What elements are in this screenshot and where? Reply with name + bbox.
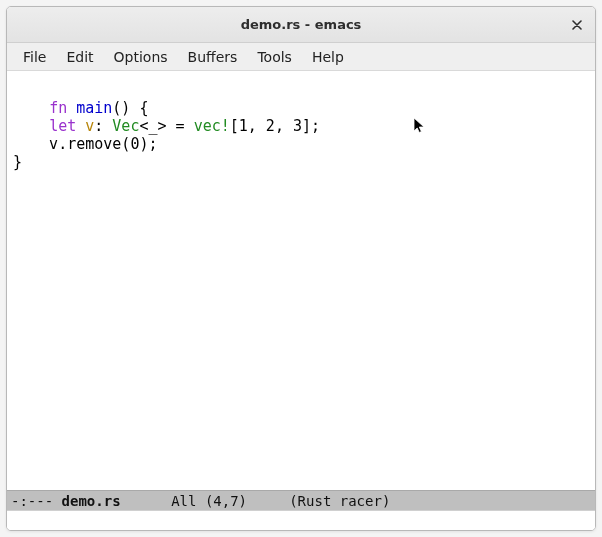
menu-help[interactable]: Help	[302, 45, 354, 69]
window-title: demo.rs - emacs	[241, 17, 362, 32]
mouse-pointer-icon	[359, 99, 427, 157]
code-token: fn	[49, 99, 76, 117]
code-token: v	[85, 117, 94, 135]
code-token: :	[94, 117, 112, 135]
code-token: main	[76, 99, 112, 117]
menu-tools[interactable]: Tools	[247, 45, 302, 69]
menu-file[interactable]: File	[13, 45, 56, 69]
code-token: vec!	[194, 117, 230, 135]
window-close-button[interactable]	[565, 13, 589, 37]
menubar: File Edit Options Buffers Tools Help	[7, 43, 595, 71]
emacs-window: demo.rs - emacs File Edit Options Buffer…	[6, 6, 596, 531]
modeline-buffer-name: demo.rs	[62, 493, 121, 509]
code-token: v.remove(0);	[13, 135, 158, 153]
code-token: Vec	[112, 117, 139, 135]
code-token: }	[13, 153, 22, 171]
editor-buffer[interactable]: fn main() { let v: Vec<_> = vec![1, 2, 3…	[7, 71, 595, 490]
modeline-position: All (4,7)	[121, 493, 290, 509]
menu-edit[interactable]: Edit	[56, 45, 103, 69]
menu-buffers[interactable]: Buffers	[178, 45, 248, 69]
close-icon	[572, 18, 582, 33]
code-token: [1, 2, 3];	[230, 117, 320, 135]
menu-options[interactable]: Options	[104, 45, 178, 69]
code-token: <_> =	[139, 117, 193, 135]
code-token: let	[49, 117, 85, 135]
code-token	[13, 117, 49, 135]
modeline-major-mode: (Rust racer)	[289, 493, 390, 509]
mode-line: -:--- demo.rs All (4,7) (Rust racer)	[7, 490, 595, 510]
titlebar: demo.rs - emacs	[7, 7, 595, 43]
code-token: () {	[112, 99, 148, 117]
modeline-modified: -:---	[11, 493, 62, 509]
minibuffer[interactable]	[7, 510, 595, 530]
